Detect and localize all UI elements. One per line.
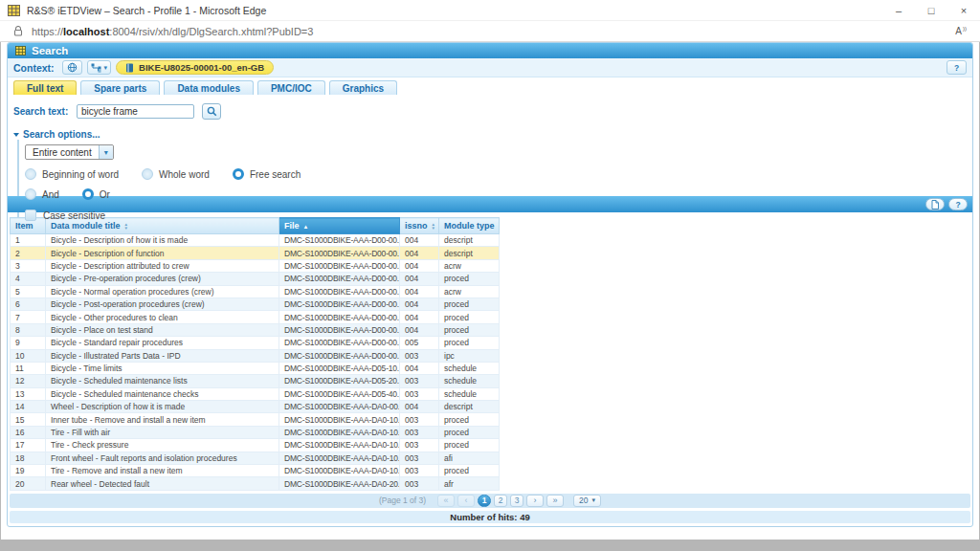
table-row[interactable]: 16Tire - Fill with airDMC-S1000DBIKE-AAA… [11,426,500,438]
page-title: Search [32,45,68,56]
table-row[interactable]: 12Bicycle - Scheduled maintenance listsD… [11,375,500,387]
cell-issno: 003 [400,387,439,400]
column-header-file[interactable]: File [279,218,400,234]
radio-free-search[interactable]: Free search [233,168,301,180]
page-button-1[interactable]: 1 [478,495,491,507]
close-button[interactable]: × [947,0,980,21]
cell-file: DMC-S1000DBIKE-AAA-DA0-10... [279,452,400,464]
cell-item: 15 [11,413,46,426]
maximize-button[interactable]: □ [915,0,947,21]
table-row[interactable]: 17Tire - Check pressureDMC-S1000DBIKE-AA… [11,439,500,452]
table-row[interactable]: 6Bicycle - Post-operation procedures (cr… [11,298,500,310]
first-page-button[interactable]: « [437,495,455,507]
url-text[interactable]: https://localhost:8004/rsiv/xh/dlg/DlgSe… [32,26,313,37]
page-button-2[interactable]: 2 [494,495,507,507]
publication-label: BIKE-U8025-00001-00_en-GB [139,62,264,73]
cell-issno: 005 [400,337,439,349]
results-help-button[interactable]: ? [948,198,968,210]
cell-title: Bicycle - Normal operation procedures (c… [46,285,279,298]
cell-item: 18 [11,452,46,464]
cell-type: descript [439,401,500,413]
publication-chip[interactable]: BIKE-U8025-00001-00_en-GB [116,60,274,75]
match-mode-radio-group: Beginning of wordWhole wordFree search [25,168,967,180]
table-row[interactable]: 4Bicycle - Pre-operation procedures (cre… [11,273,500,285]
cell-type: ipc [439,349,500,362]
search-button[interactable] [202,103,221,120]
cell-issno: 003 [400,439,439,452]
cell-type: proced [439,273,500,285]
table-row[interactable]: 2Bicycle - Description of functionDMC-S1… [11,247,500,259]
results-table-body: 1Bicycle - Description of how it is made… [11,234,500,491]
page-indicator: (Page 1 of 3) [379,496,426,505]
cell-title: Bicycle - Place on test stand [46,323,279,336]
tab-spare-parts[interactable]: Spare parts [80,80,160,95]
tab-full-text[interactable]: Full text [13,80,77,95]
radio-whole-word[interactable]: Whole word [142,168,210,180]
lock-icon[interactable] [13,26,23,36]
radio-and[interactable]: And [25,188,59,200]
cell-type: schedule [439,387,500,400]
cell-file: DMC-S1000DBIKE-AAA-DA0-20... [279,477,400,490]
table-row[interactable]: 13Bicycle - Scheduled maintenance checks… [11,387,500,400]
table-row[interactable]: 20Rear wheel - Detected faultDMC-S1000DB… [11,477,500,490]
window-bottom-edge [0,540,980,551]
page-size-select[interactable]: 20 [573,495,601,507]
radio-or[interactable]: Or [82,188,110,200]
column-header-module-type[interactable]: Module type [439,218,500,234]
cell-title: Front wheel - Fault reports and isolatio… [46,452,279,464]
prev-page-button[interactable]: ‹ [457,495,475,507]
column-header-issno[interactable]: issno [400,218,439,234]
sortable-icon [499,223,500,230]
tab-graphics[interactable]: Graphics [329,80,397,95]
radio-label: Whole word [159,169,210,180]
radio-beginning-of-word[interactable]: Beginning of word [25,168,119,180]
tab-pmc-ioc[interactable]: PMC/IOC [257,80,325,95]
column-header-data-module-title[interactable]: Data module title [46,218,279,234]
app-favicon-icon [8,5,20,16]
last-page-button[interactable]: » [546,495,564,507]
radio-button-icon [142,168,153,180]
cell-item: 2 [11,247,46,259]
table-row[interactable]: 8Bicycle - Place on test standDMC-S1000D… [11,323,500,336]
table-row[interactable]: 3Bicycle - Description attributed to cre… [11,259,500,272]
cell-issno: 003 [400,452,439,464]
page-button-3[interactable]: 3 [510,495,523,507]
scope-select[interactable]: Entire content [25,144,114,160]
table-row[interactable]: 7Bicycle - Other procedures to cleanDMC-… [11,311,500,323]
globe-button[interactable] [62,60,82,75]
address-bar[interactable]: https://localhost:8004/rsiv/xh/dlg/DlgSe… [0,21,980,42]
read-aloud-button[interactable]: A)) [955,26,967,36]
case-sensitive-checkbox[interactable] [25,209,36,221]
cell-type: proced [439,298,500,310]
minimize-button[interactable]: – [882,0,915,21]
cell-title: Bicycle - Pre-operation procedures (crew… [46,273,279,285]
cell-file: DMC-S1000DBIKE-AAA-D00-00... [279,259,400,272]
table-row[interactable]: 11Bicycle - Time limitsDMC-S1000DBIKE-AA… [11,362,500,374]
cell-item: 6 [11,298,46,310]
tab-data-modules[interactable]: Data modules [164,80,254,95]
search-options-toggle[interactable]: Search options... [13,129,967,140]
radio-button-icon [25,188,36,200]
cell-file: DMC-S1000DBIKE-AAA-D00-00... [279,247,400,259]
search-input[interactable] [77,104,194,119]
scope-dropdown-button[interactable] [99,145,113,159]
cell-title: Bicycle - Other procedures to clean [46,311,279,323]
table-row[interactable]: 19Tire - Remove and install a new itemDM… [11,465,500,477]
next-page-button[interactable]: › [526,495,544,507]
cell-type: proced [439,413,500,426]
table-row[interactable]: 15Inner tube - Remove and install a new … [11,413,500,426]
context-help-button[interactable]: ? [947,60,967,75]
table-row[interactable]: 14Wheel - Description of how it is madeD… [11,401,500,413]
results-toolbar: ? [8,196,972,212]
table-row[interactable]: 9Bicycle - Standard repair proceduresDMC… [11,337,500,349]
table-row[interactable]: 10Bicycle - Illustrated Parts Data - IPD… [11,349,500,362]
chevron-down-icon: ▾ [104,64,108,72]
context-tree-button[interactable]: ▾ [87,60,112,75]
table-row[interactable]: 5Bicycle - Normal operation procedures (… [11,285,500,298]
table-row[interactable]: 1Bicycle - Description of how it is made… [11,234,500,247]
table-row[interactable]: 18Front wheel - Fault reports and isolat… [11,452,500,464]
cell-type: proced [439,439,500,452]
export-button[interactable] [925,198,945,210]
cell-item: 3 [11,259,46,272]
cell-type: proced [439,323,500,336]
